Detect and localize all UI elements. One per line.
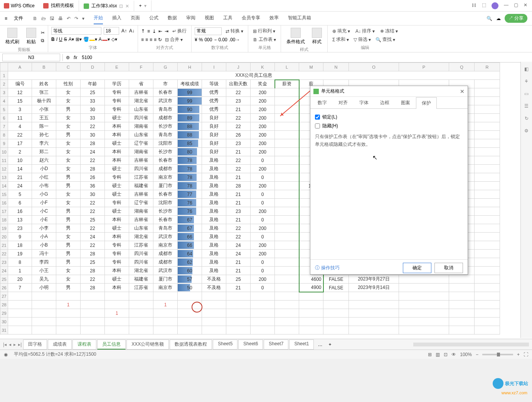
qat-new-icon[interactable]: 🗎 [33,16,37,21]
sheet-tab-7[interactable]: Sheet6 [238,340,263,350]
row-header-27[interactable]: 27 [0,292,8,301]
sheet-nav-0[interactable]: |◂ [3,342,7,347]
copy-icon[interactable]: ⧉ [41,38,45,43]
sheet-nav-1[interactable]: ◂ [9,342,11,347]
col-header-K[interactable]: K [251,63,275,71]
record-icon[interactable]: ◉ [4,352,8,357]
zoom-in[interactable]: + [517,352,520,357]
sheet-tab-2[interactable]: 课程表 [72,340,96,350]
row-header-26[interactable]: 26 [0,284,8,292]
row-header-22[interactable]: 22 [0,250,8,258]
h-scrollbar[interactable] [413,343,529,346]
indent-dec-icon[interactable]: ⇤ [158,29,162,34]
row-header-30[interactable]: 30 [0,318,8,326]
header-cell-D[interactable]: 性别 [56,80,81,88]
header-cell-E[interactable]: 年龄 [81,80,105,88]
col-header-N[interactable]: N [323,63,349,71]
dialog-tab-4[interactable]: 图案 [395,97,416,108]
expand-icon[interactable]: ⛶ [524,352,528,357]
ok-button[interactable]: 确定 [403,263,431,273]
header-cell-G[interactable]: 省 [129,80,153,88]
strike-button[interactable]: S [64,37,67,42]
styles-button[interactable]: 样式 [310,27,324,46]
side-style-icon[interactable]: ⚘ [524,79,529,84]
side-select-icon[interactable]: ▭ [524,91,529,96]
reader-icon[interactable]: ⫿⫿ [472,2,476,9]
menu-icon[interactable]: ≡ [5,16,7,21]
row-header-9[interactable]: 9 [0,139,8,148]
row-header-14[interactable]: 14 [0,182,8,190]
row-header-20[interactable]: 20 [0,233,8,241]
header-cell-C[interactable]: 姓名 [32,80,56,88]
menu-tab-4[interactable]: 数据 [168,12,177,24]
sheet-tab-1[interactable]: 成绩表 [48,340,72,350]
row-header-11[interactable]: 11 [0,156,8,165]
sheet-nav-2[interactable]: ▸ [13,342,16,347]
tips-link[interactable]: ⓘ 操作技巧 [315,265,340,271]
sheet-tab-5[interactable]: 数据透视表教程 [170,340,212,350]
col-header-P[interactable]: P [399,63,449,71]
col-header-H[interactable]: H [178,63,202,71]
fx-icon[interactable]: fx [74,55,77,60]
indent-inc-icon[interactable]: ⇥ [165,29,168,34]
menu-tab-5[interactable]: 审阅 [186,12,195,24]
format-brush-button[interactable]: 格式刷 [3,27,22,46]
wrap-button[interactable]: ↵ 换行 [171,27,188,35]
row-header-4[interactable]: 4 [0,97,8,105]
bold-button[interactable]: B [51,37,55,42]
dialog-close-icon[interactable]: ✕ [460,88,465,95]
insert-fn-icon[interactable]: ⊚ [66,55,70,60]
row-header-24[interactable]: 24 [0,267,8,275]
font-size-select[interactable] [104,27,119,35]
align-top-icon[interactable]: ⤒ [141,29,145,34]
share-button[interactable]: ↗ 分享 [505,14,527,23]
font-inc-icon[interactable]: A↑ [121,28,127,34]
align-mid-icon[interactable]: ≡ [147,29,150,34]
qat-open-icon[interactable]: 🗁 [41,16,46,21]
cond-format-button[interactable]: 条件格式 [284,27,307,46]
col-header-B[interactable]: B [32,63,56,71]
tab-templates[interactable]: 找稻壳模板 [39,0,79,11]
col-header-C[interactable]: C [56,63,81,71]
sheet-nav-3[interactable]: ▸| [18,342,22,347]
col-header-R[interactable]: R [475,63,500,71]
header-cell-I[interactable]: 考核成绩 [178,80,202,88]
maximize-icon[interactable]: ▢ [514,2,518,9]
cloud-icon[interactable]: ☁ [496,16,501,21]
hide-checkbox-row[interactable]: 隐藏(H) [315,122,463,130]
currency-icon[interactable]: ¥ [195,37,197,42]
find-button[interactable]: 🔍 查找▾ [374,35,397,44]
header-cell-K[interactable]: 出勤天数 [226,80,251,88]
header-cell-H[interactable]: 市 [153,80,178,88]
number-format-select[interactable] [195,27,222,35]
sheet-tab-8[interactable]: Sheet7 [264,340,288,350]
dialog-tab-2[interactable]: 字体 [354,97,374,108]
col-header-O[interactable]: O [349,63,399,71]
merge-button[interactable]: ⊟ 合并▾ [163,35,184,44]
qat-redo-icon[interactable]: ↷ [74,16,78,21]
font-dec-icon[interactable]: A↓ [129,28,135,34]
align-center-icon[interactable]: ≡ [145,37,148,42]
align-left-icon[interactable]: ≡ [141,37,144,42]
add-tab[interactable]: + ▾ [134,0,151,11]
border-icon[interactable]: ⊞▾ [76,37,82,42]
row-header-10[interactable]: 10 [0,148,8,156]
clear-format-icon[interactable]: ◇▾ [111,37,117,42]
align-right-icon[interactable]: ≡ [150,37,152,42]
row-header-15[interactable]: 15 [0,190,8,199]
sum-button[interactable]: Σ 求和▾ [331,35,350,44]
header-cell-F[interactable]: 学历 [105,80,129,88]
row-header-8[interactable]: 8 [0,131,8,139]
rowcol-button[interactable]: ⊞ 行和列▾ [251,27,277,35]
menu-tab-8[interactable]: 会员专享 [242,12,260,24]
font-color-button[interactable]: A▾ [99,37,110,42]
file-menu[interactable]: 文件 [10,13,27,24]
lock-checkbox-row[interactable]: 锁定(L) [315,113,463,122]
row-header-16[interactable]: 16 [0,199,8,207]
menu-tab-6[interactable]: 视图 [205,12,214,24]
percent-icon[interactable]: % [199,37,203,42]
paste-button[interactable]: 粘贴 [24,27,39,46]
menu-tab-9[interactable]: 效率 [269,12,279,24]
qat-undo-icon[interactable]: ↶ [67,16,71,21]
col-header-E[interactable]: E [105,63,129,71]
